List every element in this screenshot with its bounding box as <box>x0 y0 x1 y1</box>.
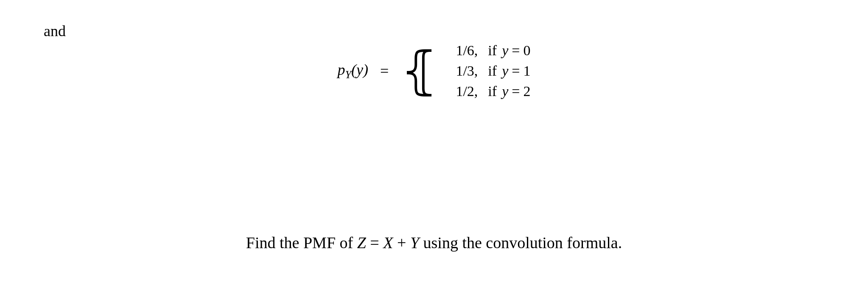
equals-sign: = <box>380 62 389 80</box>
find-Y: Y <box>410 234 419 252</box>
cases-list: 1/6, if y = 0 1/3, if y <box>444 42 530 99</box>
case-var-1: y <box>502 63 508 79</box>
case-value-2: 1/2, <box>444 83 478 99</box>
if-word-0: if <box>488 42 497 59</box>
find-X: X <box>383 234 393 252</box>
case-row-2: 1/2, if y = 2 <box>444 83 530 99</box>
left-brace: ⦃ <box>400 45 438 96</box>
brace-container: ⦃ 1/6, if y = 0 1/ <box>400 42 530 99</box>
case-condition-1: if y = 1 <box>488 63 530 79</box>
find-plus: + <box>393 234 410 252</box>
case-value-1: 1/3, <box>444 63 478 79</box>
case-num-1: 1 <box>523 63 530 79</box>
case-eq-0: = <box>512 42 520 59</box>
pmf-subscript: Y <box>345 68 351 81</box>
if-word-1: if <box>488 63 497 79</box>
find-pmf-text: Find the PMF of Z = X + Y using the conv… <box>0 233 868 252</box>
page-container: and pY(y) = ⦃ 1/6, if y <box>0 0 868 286</box>
case-row-0: 1/6, if y = 0 <box>444 42 530 59</box>
case-value-0: 1/6, <box>444 42 478 59</box>
case-num-2: 2 <box>523 83 530 99</box>
case-var-2: y <box>502 83 508 99</box>
case-var-0: y <box>502 42 508 59</box>
pmf-p: p <box>338 61 345 78</box>
find-eq: = <box>366 234 383 252</box>
pmf-function-label: pY(y) <box>338 61 368 81</box>
piecewise-function: pY(y) = ⦃ 1/6, if y = 0 <box>0 42 868 99</box>
find-prefix: Find the PMF of <box>246 234 357 252</box>
case-eq-1: = <box>512 63 520 79</box>
case-condition-0: if y = 0 <box>488 42 530 59</box>
case-condition-2: if y = 2 <box>488 83 530 99</box>
case-eq-2: = <box>512 83 520 99</box>
and-label: and <box>44 22 66 40</box>
find-suffix: using the convolution formula. <box>419 234 622 252</box>
case-row-1: 1/3, if y = 1 <box>444 63 530 79</box>
if-word-2: if <box>488 83 497 99</box>
find-Z: Z <box>357 234 366 252</box>
pmf-arg: (y) <box>351 61 368 78</box>
case-num-0: 0 <box>523 42 530 59</box>
